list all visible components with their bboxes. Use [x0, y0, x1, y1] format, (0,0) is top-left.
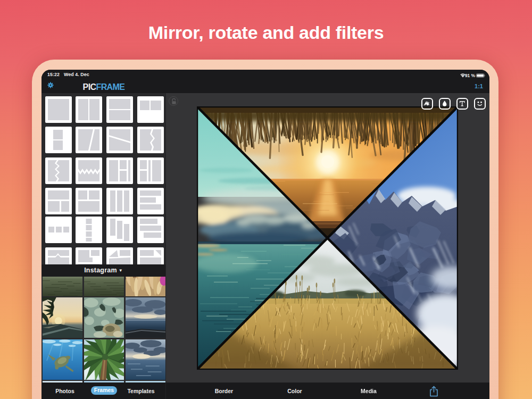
svg-text:91 %: 91 %: [465, 73, 476, 78]
